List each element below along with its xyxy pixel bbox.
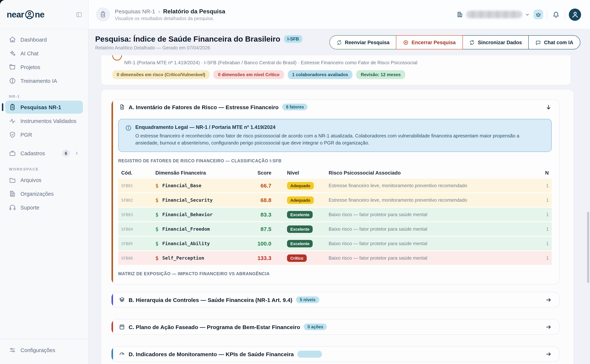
bell-icon — [552, 11, 559, 18]
collapse-arrow-down-icon[interactable] — [545, 104, 552, 110]
section-b-header[interactable]: B. Hierarquia de Controles — Saúde Finan… — [112, 292, 559, 307]
table-row[interactable]: SFB06 $Self_Perception 133.3 Crítico Bai… — [118, 251, 552, 265]
sidebar-item-configuracoes[interactable]: Configurações — [5, 344, 83, 357]
section-c-header[interactable]: C. Plano de Ação Faseado — Programa de B… — [112, 319, 559, 334]
shield-check-icon — [9, 131, 16, 138]
sidebar-item-ai-chat[interactable]: AI Chat — [5, 47, 83, 60]
gauge-icon — [119, 351, 125, 357]
app-stage: near ne Dashboard AI Chat — [0, 0, 590, 364]
table-row[interactable]: SFB01 $Financial_Base 66.7 Adequado Estr… — [118, 179, 552, 192]
page-scrollbar[interactable] — [586, 0, 590, 364]
dollar-icon: $ — [155, 226, 159, 232]
expand-arrow-right-icon[interactable] — [545, 351, 552, 357]
level-badge: Excelente — [287, 240, 313, 247]
row-n: 1 — [535, 212, 549, 217]
dollar-icon: $ — [155, 255, 159, 261]
document-icon — [119, 104, 125, 110]
sidebar-item-pesquisas-nr1[interactable]: Pesquisas NR-1 — [5, 101, 83, 114]
cadastros-count-badge: 6 — [62, 149, 70, 157]
sidebar-section-workspace: WORKSPACE — [5, 161, 83, 174]
sidebar-item-organizacoes[interactable]: Organizações — [5, 187, 83, 200]
legal-box-title: Enquadramento Legal — NR-1 / Portaria MT… — [135, 124, 537, 130]
table-row[interactable]: SFB03 $Financial_Behavior 83.3 Excelente… — [118, 208, 552, 221]
sidebar-item-projetos[interactable]: Projetos — [5, 60, 83, 73]
row-code: SFB02 — [121, 198, 155, 202]
sidebar-item-pgr[interactable]: PGR — [5, 128, 83, 141]
brain-icon — [9, 77, 16, 84]
level-badge: Adequado — [287, 182, 314, 189]
notifications-button[interactable] — [551, 11, 561, 18]
sidebar-item-dashboard[interactable]: Dashboard — [5, 33, 83, 46]
section-a-header[interactable]: A. Inventário de Fatores de Risco — Estr… — [112, 99, 559, 114]
ai-chat-button[interactable]: Chat com IA — [528, 35, 580, 49]
breadcrumb-parent[interactable]: Pesquisas NR-1 — [115, 8, 155, 14]
sidebar-item-instrumentos-validados[interactable]: Instrumentos Validados — [5, 114, 83, 127]
table-row[interactable]: SFB02 $Financial_Security 68.8 Adequado … — [118, 193, 552, 207]
chip-evaluated-employees: 1 colaboradores avaliados — [288, 70, 352, 79]
section-c-title: C. Plano de Ação Faseado — Programa de B… — [129, 324, 300, 330]
sidebar-item-arquivos[interactable]: Arquivos — [5, 174, 83, 187]
sidebar-item-cadastros[interactable]: Cadastros 6 — [5, 146, 83, 160]
col-header-score: Score — [244, 170, 273, 176]
sync-data-label: Sincronizar Dados — [478, 39, 522, 45]
row-score: 87.5 — [244, 226, 273, 232]
close-survey-button[interactable]: Encerrar Pesquisa — [396, 35, 463, 49]
chip-review-cycle: Revisão: 12 meses — [356, 70, 405, 79]
table-row[interactable]: SFB04 $Financial_Freedom 87.5 Excelente … — [118, 222, 552, 236]
sidebar-collapse-icon[interactable] — [76, 11, 82, 18]
main-area: Pesquisas NR-1 › Relatório da Pesquisa V… — [88, 0, 590, 364]
plan-upgrade-button[interactable] — [533, 10, 543, 19]
section-d-header[interactable]: D. Indicadores de Monitoramento — KPIs d… — [112, 346, 559, 361]
table-header-row: Cód. Dimensão Financeira Score Nível Ris… — [118, 167, 552, 179]
dollar-icon: $ — [155, 182, 159, 188]
row-risk: Baixo risco — fator protetor para saúde … — [329, 255, 535, 261]
sidebar-item-treinamento-ia[interactable]: Treinamento IA — [5, 74, 83, 87]
info-icon — [125, 125, 132, 146]
org-building-icon — [457, 11, 463, 18]
organization-switcher[interactable] — [457, 11, 530, 18]
chat-bubble-icon — [535, 39, 541, 45]
sidebar-item-label: AI Chat — [20, 50, 39, 56]
home-icon — [9, 36, 16, 43]
report-scroll-area[interactable]: NR-1 (Portaria MTE nº 1.419/2024) · I-SF… — [88, 55, 590, 364]
col-header-n: N — [535, 170, 549, 176]
action-buttons-group: Reenviar Pesquisa Encerrar Pesquisa Sinc… — [329, 35, 580, 49]
sync-data-button[interactable]: Sincronizar Dados — [462, 35, 529, 49]
page-header-subtitle: Visualize os resultados detalhados da pe… — [115, 16, 225, 21]
chevron-down-icon — [525, 12, 530, 17]
level-badge: Excelente — [287, 225, 313, 233]
folder-icon — [9, 176, 16, 183]
section-d-title: D. Indicadores de Monitoramento — KPIs d… — [129, 351, 294, 357]
resend-survey-button[interactable]: Reenviar Pesquisa — [329, 35, 397, 49]
row-dimension: Financial_Freedom — [162, 226, 210, 232]
sidebar-item-label: PGR — [20, 132, 32, 138]
chip-critical-dimensions: 0 dimensões em nível Crítico — [214, 70, 284, 79]
framework-meta-text: NR-1 (Portaria MTE nº 1.419/2024) · I-SF… — [124, 60, 560, 65]
row-n: 1 — [535, 241, 549, 246]
section-c-card: C. Plano de Ação Faseado — Programa de B… — [111, 319, 559, 335]
organization-name-redacted — [466, 11, 522, 18]
row-score: 66.7 — [244, 182, 273, 189]
dollar-icon: $ — [155, 197, 159, 203]
scrollbar-thumb[interactable] — [587, 212, 589, 283]
sidebar-item-suporte[interactable]: Suporte — [5, 201, 83, 214]
sync-icon — [469, 39, 475, 45]
activity-icon — [9, 117, 16, 124]
sidebar: near ne Dashboard AI Chat — [0, 0, 88, 364]
report-sections-panel: A. Inventário de Fatores de Risco — Estr… — [101, 89, 574, 364]
row-dimension: Financial_Behavior — [162, 212, 213, 217]
section-d-accent — [112, 346, 113, 361]
brand-logo-text-suffix: ne — [35, 9, 44, 20]
dollar-icon: $ — [155, 240, 159, 247]
dollar-icon: $ — [155, 212, 159, 217]
user-avatar[interactable] — [569, 8, 581, 21]
expand-arrow-right-icon[interactable] — [545, 324, 552, 330]
building-icon — [9, 190, 16, 197]
report-clipboard-icon — [96, 7, 110, 21]
title-group: Pesquisa: Índice de Saúde Financeira do … — [95, 34, 302, 51]
expand-arrow-right-icon[interactable] — [545, 297, 552, 303]
table-row[interactable]: SFB05 $Financial_Ability 100.0 Excelente… — [118, 237, 552, 250]
section-c-badge: 0 ações — [304, 324, 327, 330]
section-b-accent — [112, 292, 113, 307]
sidebar-item-label: Configurações — [20, 347, 55, 353]
